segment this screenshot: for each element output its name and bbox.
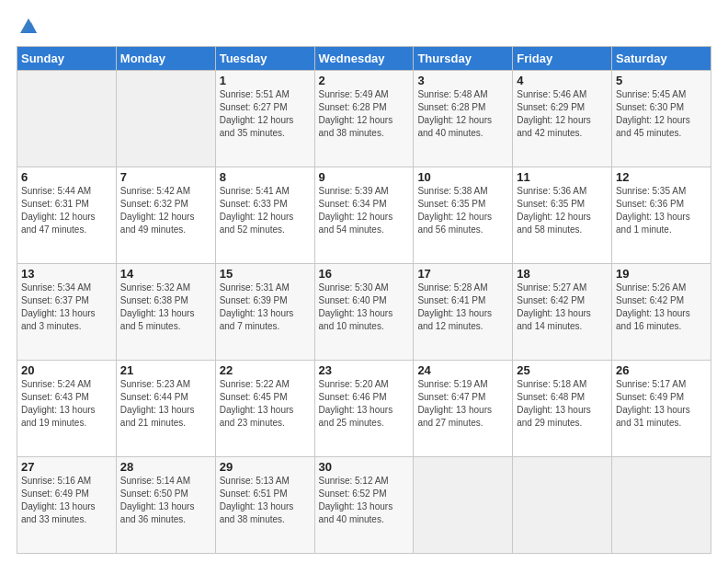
- day-number: 22: [220, 363, 311, 377]
- day-info: Sunrise: 5:16 AMSunset: 6:49 PMDaylight:…: [21, 475, 112, 526]
- logo-icon: [18, 17, 39, 37]
- day-number: 6: [21, 170, 112, 184]
- day-number: 29: [220, 460, 311, 474]
- day-info: Sunrise: 5:44 AMSunset: 6:31 PMDaylight:…: [21, 185, 112, 236]
- day-number: 16: [319, 267, 410, 281]
- calendar-week-2: 6Sunrise: 5:44 AMSunset: 6:31 PMDaylight…: [17, 167, 711, 264]
- day-header-sunday: Sunday: [17, 47, 117, 71]
- day-header-monday: Monday: [116, 47, 215, 71]
- day-info: Sunrise: 5:17 AMSunset: 6:49 PMDaylight:…: [616, 378, 707, 430]
- day-number: 14: [120, 267, 211, 281]
- day-info: Sunrise: 5:20 AMSunset: 6:46 PMDaylight:…: [319, 378, 410, 430]
- calendar-cell: 25Sunrise: 5:18 AMSunset: 6:48 PMDayligh…: [513, 361, 612, 457]
- day-header-thursday: Thursday: [414, 47, 513, 71]
- calendar-week-1: 1Sunrise: 5:51 AMSunset: 6:27 PMDaylight…: [17, 71, 711, 167]
- day-number: 19: [616, 267, 707, 281]
- day-info: Sunrise: 5:45 AMSunset: 6:30 PMDaylight:…: [616, 88, 707, 140]
- header: [17, 17, 711, 37]
- day-number: 25: [517, 363, 608, 377]
- day-header-friday: Friday: [513, 47, 612, 71]
- calendar-header-row: SundayMondayTuesdayWednesdayThursdayFrid…: [17, 47, 711, 71]
- day-number: 11: [517, 170, 608, 184]
- calendar-cell: [414, 457, 513, 554]
- calendar-cell: 26Sunrise: 5:17 AMSunset: 6:49 PMDayligh…: [612, 361, 711, 457]
- calendar-cell: 12Sunrise: 5:35 AMSunset: 6:36 PMDayligh…: [612, 167, 711, 264]
- calendar-cell: 10Sunrise: 5:38 AMSunset: 6:35 PMDayligh…: [414, 167, 513, 264]
- calendar-cell: 20Sunrise: 5:24 AMSunset: 6:43 PMDayligh…: [17, 361, 117, 457]
- calendar-cell: 11Sunrise: 5:36 AMSunset: 6:35 PMDayligh…: [513, 167, 612, 264]
- day-number: 18: [517, 267, 608, 281]
- calendar-cell: [17, 71, 117, 167]
- calendar-cell: [116, 71, 215, 167]
- day-number: 10: [417, 170, 508, 184]
- calendar-cell: 1Sunrise: 5:51 AMSunset: 6:27 PMDaylight…: [215, 71, 314, 167]
- calendar-cell: 29Sunrise: 5:13 AMSunset: 6:51 PMDayligh…: [215, 457, 314, 554]
- calendar-cell: 8Sunrise: 5:41 AMSunset: 6:33 PMDaylight…: [215, 167, 314, 264]
- calendar-cell: [513, 457, 612, 554]
- day-info: Sunrise: 5:23 AMSunset: 6:44 PMDaylight:…: [120, 378, 211, 430]
- day-number: 1: [220, 74, 311, 87]
- day-number: 26: [616, 363, 707, 377]
- day-info: Sunrise: 5:28 AMSunset: 6:41 PMDaylight:…: [417, 282, 508, 333]
- calendar-week-3: 13Sunrise: 5:34 AMSunset: 6:37 PMDayligh…: [17, 264, 711, 361]
- day-info: Sunrise: 5:36 AMSunset: 6:35 PMDaylight:…: [517, 185, 608, 236]
- calendar-cell: 7Sunrise: 5:42 AMSunset: 6:32 PMDaylight…: [116, 167, 215, 264]
- day-number: 7: [120, 170, 211, 184]
- logo: [17, 17, 39, 37]
- day-info: Sunrise: 5:30 AMSunset: 6:40 PMDaylight:…: [319, 282, 410, 333]
- calendar-cell: 28Sunrise: 5:14 AMSunset: 6:50 PMDayligh…: [116, 457, 215, 554]
- calendar-cell: 16Sunrise: 5:30 AMSunset: 6:40 PMDayligh…: [314, 264, 414, 361]
- calendar-cell: 22Sunrise: 5:22 AMSunset: 6:45 PMDayligh…: [215, 361, 314, 457]
- calendar-table: SundayMondayTuesdayWednesdayThursdayFrid…: [17, 46, 711, 554]
- calendar-cell: 21Sunrise: 5:23 AMSunset: 6:44 PMDayligh…: [116, 361, 215, 457]
- day-info: Sunrise: 5:32 AMSunset: 6:38 PMDaylight:…: [120, 282, 211, 333]
- calendar-cell: 14Sunrise: 5:32 AMSunset: 6:38 PMDayligh…: [116, 264, 215, 361]
- day-number: 21: [120, 363, 211, 377]
- calendar-cell: 19Sunrise: 5:26 AMSunset: 6:42 PMDayligh…: [612, 264, 711, 361]
- calendar-cell: 18Sunrise: 5:27 AMSunset: 6:42 PMDayligh…: [513, 264, 612, 361]
- day-info: Sunrise: 5:41 AMSunset: 6:33 PMDaylight:…: [220, 185, 311, 236]
- day-header-wednesday: Wednesday: [314, 47, 414, 71]
- calendar-cell: [612, 457, 711, 554]
- day-info: Sunrise: 5:39 AMSunset: 6:34 PMDaylight:…: [319, 185, 410, 236]
- day-number: 9: [319, 170, 410, 184]
- day-info: Sunrise: 5:31 AMSunset: 6:39 PMDaylight:…: [220, 282, 311, 333]
- calendar-cell: 3Sunrise: 5:48 AMSunset: 6:28 PMDaylight…: [414, 71, 513, 167]
- day-info: Sunrise: 5:46 AMSunset: 6:29 PMDaylight:…: [517, 88, 608, 140]
- day-number: 5: [616, 74, 707, 87]
- calendar-cell: 17Sunrise: 5:28 AMSunset: 6:41 PMDayligh…: [414, 264, 513, 361]
- calendar-cell: 5Sunrise: 5:45 AMSunset: 6:30 PMDaylight…: [612, 71, 711, 167]
- day-number: 27: [21, 460, 112, 474]
- day-info: Sunrise: 5:24 AMSunset: 6:43 PMDaylight:…: [21, 378, 112, 430]
- calendar-cell: 23Sunrise: 5:20 AMSunset: 6:46 PMDayligh…: [314, 361, 414, 457]
- day-info: Sunrise: 5:22 AMSunset: 6:45 PMDaylight:…: [220, 378, 311, 430]
- day-info: Sunrise: 5:51 AMSunset: 6:27 PMDaylight:…: [220, 88, 311, 140]
- day-info: Sunrise: 5:42 AMSunset: 6:32 PMDaylight:…: [120, 185, 211, 236]
- day-info: Sunrise: 5:48 AMSunset: 6:28 PMDaylight:…: [417, 88, 508, 140]
- calendar-cell: 27Sunrise: 5:16 AMSunset: 6:49 PMDayligh…: [17, 457, 117, 554]
- calendar-cell: 30Sunrise: 5:12 AMSunset: 6:52 PMDayligh…: [314, 457, 414, 554]
- page: SundayMondayTuesdayWednesdayThursdayFrid…: [0, 0, 728, 563]
- day-info: Sunrise: 5:12 AMSunset: 6:52 PMDaylight:…: [319, 475, 410, 526]
- day-number: 20: [21, 363, 112, 377]
- day-info: Sunrise: 5:27 AMSunset: 6:42 PMDaylight:…: [517, 282, 608, 333]
- day-info: Sunrise: 5:14 AMSunset: 6:50 PMDaylight:…: [120, 475, 211, 526]
- calendar-week-4: 20Sunrise: 5:24 AMSunset: 6:43 PMDayligh…: [17, 361, 711, 457]
- calendar-cell: 24Sunrise: 5:19 AMSunset: 6:47 PMDayligh…: [414, 361, 513, 457]
- day-number: 12: [616, 170, 707, 184]
- calendar-cell: 2Sunrise: 5:49 AMSunset: 6:28 PMDaylight…: [314, 71, 414, 167]
- day-info: Sunrise: 5:34 AMSunset: 6:37 PMDaylight:…: [21, 282, 112, 333]
- day-info: Sunrise: 5:13 AMSunset: 6:51 PMDaylight:…: [220, 475, 311, 526]
- day-number: 2: [319, 74, 410, 87]
- day-number: 4: [517, 74, 608, 87]
- calendar-cell: 15Sunrise: 5:31 AMSunset: 6:39 PMDayligh…: [215, 264, 314, 361]
- day-number: 15: [220, 267, 311, 281]
- calendar-cell: 9Sunrise: 5:39 AMSunset: 6:34 PMDaylight…: [314, 167, 414, 264]
- calendar-week-5: 27Sunrise: 5:16 AMSunset: 6:49 PMDayligh…: [17, 457, 711, 554]
- day-number: 24: [417, 363, 508, 377]
- day-info: Sunrise: 5:18 AMSunset: 6:48 PMDaylight:…: [517, 378, 608, 430]
- day-info: Sunrise: 5:26 AMSunset: 6:42 PMDaylight:…: [616, 282, 707, 333]
- day-number: 30: [319, 460, 410, 474]
- day-number: 8: [220, 170, 311, 184]
- day-info: Sunrise: 5:19 AMSunset: 6:47 PMDaylight:…: [417, 378, 508, 430]
